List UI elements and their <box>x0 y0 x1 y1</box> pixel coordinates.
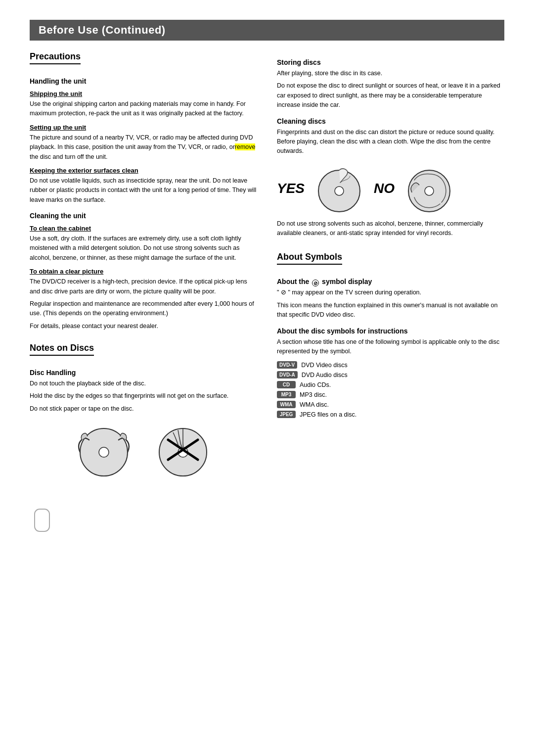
shipping-unit-heading: Shipping the unit <box>30 90 257 97</box>
setting-up-heading: Setting up the unit <box>30 124 257 131</box>
left-column: Precautions Handling the unit Shipping t… <box>30 51 257 535</box>
symbol-display-heading: About the ⊘ symbol display <box>277 278 504 285</box>
cleaning-discs-text: Fingerprints and dust on the disc can di… <box>277 128 504 156</box>
cd-label: Audio CDs. <box>300 381 331 388</box>
badge-row-dvdv: DVD-V DVD Video discs <box>277 361 504 369</box>
right-column: Storing discs After playing, store the d… <box>277 51 504 535</box>
wma-badge: WMA <box>277 401 296 408</box>
disc-bad-icon <box>153 423 213 477</box>
clear-picture-text1: The DVD/CD receiver is a high-tech, prec… <box>30 277 257 296</box>
clean-cabinet-text: Use a soft, dry cloth. If the surfaces a… <box>30 234 257 263</box>
symbol-display-text1: " ⊘ " may appear on the TV screen during… <box>277 288 504 297</box>
precautions-heading: Precautions <box>30 51 81 64</box>
disc-good-icon <box>74 423 134 477</box>
disc-symbols-text: A section whose title has one of the fol… <box>277 337 504 357</box>
disc-handling-text1: Do not touch the playback side of the di… <box>30 379 257 388</box>
mp3-label: MP3 disc. <box>300 391 327 398</box>
storing-discs-text2: Do not expose the disc to direct sunligh… <box>277 81 504 110</box>
yes-disc-icon <box>314 165 364 212</box>
badge-row-mp3: MP3 MP3 disc. <box>277 391 504 398</box>
clear-picture-text3: For details, please contact your nearest… <box>30 322 257 331</box>
no-label: NO <box>374 181 395 196</box>
yes-label: YES <box>277 181 305 196</box>
shipping-unit-text: Use the original shipping carton and pac… <box>30 99 257 119</box>
mp3-badge: MP3 <box>277 391 296 398</box>
storing-discs-heading: Storing discs <box>277 58 504 66</box>
svg-rect-6 <box>35 509 49 531</box>
svg-point-8 <box>335 187 344 195</box>
storing-discs-text1: After playing, store the disc in its cas… <box>277 69 504 78</box>
about-symbols-heading: About Symbols <box>277 252 342 265</box>
keeping-heading: Keeping the exterior surfaces clean <box>30 167 257 174</box>
disc-handling-images <box>30 423 257 477</box>
dvda-badge: DVD-A <box>277 371 298 378</box>
remote-corner-icon <box>30 507 57 534</box>
jpeg-label: JPEG files on a disc. <box>300 411 356 418</box>
setting-up-text: The picture and sound of a nearby TV, VC… <box>30 133 257 162</box>
disc-handling-text3: Do not stick paper or tape on the disc. <box>30 404 257 414</box>
clear-picture-heading: To obtain a clear picture <box>30 268 257 275</box>
dvdv-badge: DVD-V <box>277 361 297 369</box>
no-disc-icon <box>404 165 454 212</box>
svg-point-1 <box>99 447 109 457</box>
badge-row-wma: WMA WMA disc. <box>277 401 504 408</box>
disc-handling-heading: Disc Handling <box>30 369 257 377</box>
dvdv-label: DVD Video discs <box>301 362 348 369</box>
badge-row-dvda: DVD-A DVD Audio discs <box>277 371 504 378</box>
jpeg-badge: JPEG <box>277 411 296 418</box>
cleaning-warning-text: Do not use strong solvents such as alcoh… <box>277 219 504 238</box>
badge-row-jpeg: JPEG JPEG files on a disc. <box>277 411 504 418</box>
dvda-label: DVD Audio discs <box>302 372 348 378</box>
symbol-display-text2: This icon means the function explained i… <box>277 301 504 320</box>
badge-row-cd: CD Audio CDs. <box>277 381 504 388</box>
handling-unit-heading: Handling the unit <box>30 77 257 85</box>
cleaning-unit-heading: Cleaning the unit <box>30 212 257 220</box>
keeping-text: Do not use volatile liquids, such as ins… <box>30 176 257 205</box>
notes-discs-heading: Notes on Discs <box>30 343 94 356</box>
clear-picture-text2: Regular inspection and maintenance are r… <box>30 299 257 319</box>
cd-badge: CD <box>277 381 296 388</box>
symbol-circle-icon: ⊘ <box>312 280 319 286</box>
clean-cabinet-heading: To clean the cabinet <box>30 225 257 232</box>
cleaning-discs-heading: Cleaning discs <box>277 117 504 125</box>
yes-no-section: YES NO <box>277 165 504 212</box>
page-title: Before Use (Continued) <box>30 20 504 41</box>
disc-handling-text2: Hold the disc by the edges so that finge… <box>30 391 257 401</box>
disc-badges-list: DVD-V DVD Video discs DVD-A DVD Audio di… <box>277 361 504 418</box>
svg-point-10 <box>425 187 434 195</box>
wma-label: WMA disc. <box>300 401 329 408</box>
disc-symbols-heading: About the disc symbols for instructions <box>277 327 504 335</box>
